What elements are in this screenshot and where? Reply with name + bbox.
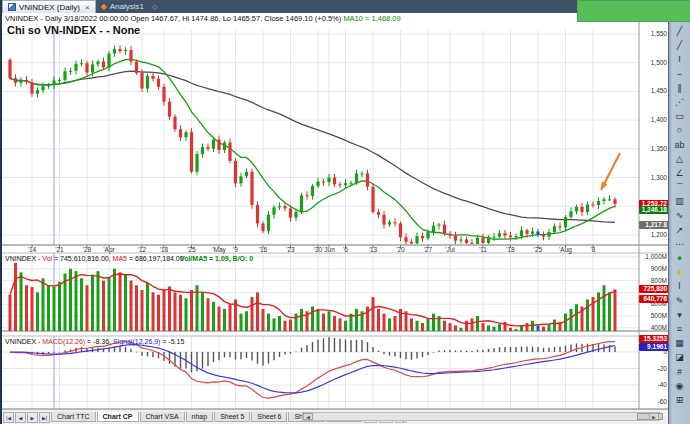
macd-header-symbol: VNINDEX - (5, 338, 42, 345)
sheet-tab-chart-vsa[interactable]: Chart VSA (140, 412, 185, 422)
next-sheet-button[interactable]: ▶ (27, 412, 38, 423)
drawing-toolbar: ╱╱I−∥⋰▭○ab△∠⌒▥∿↗⋯●●ǀ✎▾≡▦◪#◉⊞ (668, 0, 690, 424)
annotate-icon[interactable]: ✎ (672, 294, 688, 308)
scroll-left-arrow[interactable]: ◀ (303, 413, 313, 420)
channel-icon[interactable]: ⋰ (672, 95, 688, 109)
sell-marker-icon[interactable]: ● (672, 265, 688, 279)
rectangle-icon[interactable]: ▭ (672, 109, 688, 123)
cycle-lines-icon[interactable]: ▥ (672, 194, 688, 208)
separator-icon[interactable]: ǀ (672, 279, 688, 293)
tab-list-icon[interactable]: ◇ (152, 3, 157, 11)
more-tools-icon[interactable]: ⋯ (672, 237, 688, 251)
quote-text: VNINDEX - Daily 3/18/2022 00:00:00 Open … (5, 14, 341, 23)
trendline-icon[interactable]: ╱ (672, 24, 688, 38)
chart-title: Chi so VN-INDEX - - None (7, 24, 140, 36)
sheet-tab-sheet-6[interactable]: Sheet 6 (251, 412, 287, 422)
signal-label: Signal(12,26,9) (113, 338, 160, 345)
redaction-overlay (577, 0, 690, 22)
volume-ratio-label: Vol/MA5 = 1.09, B/O: 0 (180, 255, 253, 262)
analysis-doc-icon: ◆ (101, 3, 107, 11)
chart-canvas[interactable] (2, 0, 690, 424)
tab-vnindex-daily[interactable]: VNINDEX (Daily) × (2, 0, 96, 13)
signal-value: = -5.15 (160, 338, 184, 345)
first-sheet-button[interactable]: |◀ (3, 412, 14, 423)
fill-style-icon[interactable]: ◪ (672, 350, 688, 364)
grid-style-icon[interactable]: ▦ (672, 336, 688, 350)
indicator-icon[interactable]: # (672, 365, 688, 379)
sheet-tab-chart-cp[interactable]: Chart CP (97, 412, 139, 422)
chart-doc-icon (8, 3, 16, 11)
add-window-icon[interactable]: ⊞ (672, 393, 688, 407)
volume-header-vol-label: Vol (42, 255, 52, 262)
layers-icon[interactable]: ≡ (672, 322, 688, 336)
scroll-right-arrow[interactable]: ▶ (649, 413, 659, 420)
amibroker-window: VNINDEX (Daily) × ◆ Analysis1 ◇ VNINDEX … (0, 0, 690, 424)
sheet-tab-nhap[interactable]: nhap (186, 412, 214, 422)
dropdown-icon[interactable]: ▾ (672, 308, 688, 322)
volume-pane-header: VNINDEX - Vol = 745,610,816.00, MA5 = 68… (5, 255, 184, 262)
macd-value: = -8.36, (85, 338, 113, 345)
zigzag-icon[interactable]: ∿ (672, 208, 688, 222)
close-tab-icon[interactable]: × (85, 3, 90, 12)
macd-pane-header: VNINDEX - MACD(12,26) = -8.36, Signal(12… (5, 338, 184, 345)
volume-header-vol-value: = 745,610,816.00, (52, 255, 113, 262)
volume-header-ma-value: = 686,197,184.00 (127, 255, 184, 262)
tab-label: VNINDEX (Daily) (19, 3, 80, 12)
volume-header-symbol: VNINDEX - (5, 255, 42, 262)
triangle-icon[interactable]: △ (672, 152, 688, 166)
target-icon[interactable]: ◉ (672, 379, 688, 393)
arrow-tool-icon[interactable]: ↗ (672, 223, 688, 237)
arc-icon[interactable]: ⌒ (672, 180, 688, 194)
buy-marker-icon[interactable]: ● (672, 251, 688, 265)
macd-label: MACD(12,26) (42, 338, 85, 345)
parallel-lines-icon[interactable]: ∥ (672, 81, 688, 95)
text-tool-icon[interactable]: ab (672, 138, 688, 152)
ellipse-icon[interactable]: ○ (672, 123, 688, 137)
pitchfork-icon[interactable]: ∠ (672, 166, 688, 180)
vertical-line-icon[interactable]: I (672, 52, 688, 66)
last-sheet-button[interactable]: ▶| (39, 412, 50, 423)
horizontal-scrollbar[interactable]: ◀ ▶ (302, 412, 660, 421)
sheet-tab-chart-ttc[interactable]: Chart TTC (51, 412, 96, 422)
quote-ma10-value: MA10 = 1,468.09 (343, 14, 400, 23)
tab-label: Analysis1 (110, 2, 144, 11)
tab-analysis1[interactable]: ◆ Analysis1 (96, 0, 149, 13)
extended-line-icon[interactable]: ╱ (672, 38, 688, 52)
horizontal-line-icon[interactable]: − (672, 67, 688, 81)
prev-sheet-button[interactable]: ◀ (15, 412, 26, 423)
volume-header-ma-label: MA5 (113, 255, 127, 262)
quote-line: VNINDEX - Daily 3/18/2022 00:00:00 Open … (5, 14, 401, 23)
sheet-tab-sheet-5[interactable]: Sheet 5 (214, 412, 250, 422)
